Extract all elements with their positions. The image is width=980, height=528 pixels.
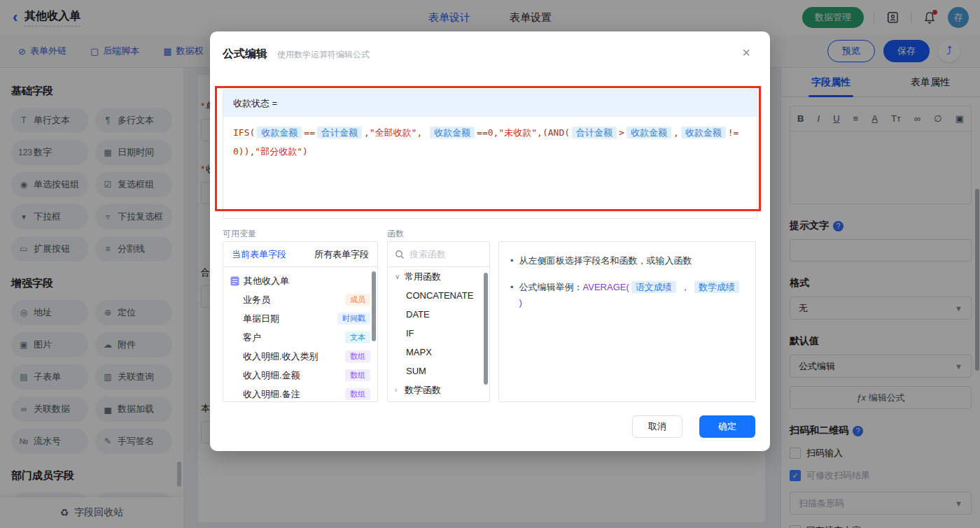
app-root: ‹ 其他收入单 表单设计表单设置 数据管理 存 ⊘表单外链▢后端脚本▦数据权 预… [0,0,980,528]
formula-body[interactable]: IFS(收款金额==合计金额,"全部收款", 收款金额==0,"未收款",(AN… [223,117,757,167]
function-search[interactable]: 搜索函数 [388,242,489,267]
functions-list: ∨常用函数CONCATENATEDATEIFMAPXSUM›数学函数›文本函数 [388,267,489,402]
variables-panel: 当前表单字段所有表单字段 其他收入单业务员成员单据日期时间戳客户文本收入明细.收… [223,241,378,402]
formula-editor[interactable]: 收款状态 = IFS(收款金额==合计金额,"全部收款", 收款金额==0,"未… [223,90,757,219]
variable-row-业务员[interactable]: 业务员成员 [223,290,377,309]
formula-code-token: IFS( [233,127,255,138]
tip-function-open: AVERAGE( [583,282,629,292]
formula-code-token: ,(AND( [537,127,570,138]
functions-panel: 搜索函数 ∨常用函数CONCATENATEDATEIFMAPXSUM›数学函数›… [387,241,490,402]
function-item-DATE[interactable]: DATE [388,305,489,324]
bullet-icon: • [510,253,514,269]
modal-subtitle: 使用数学运算符编辑公式 [277,49,370,61]
tip-example: 公式编辑举例：AVERAGE(语文成绩 ， 数学成绩 ) [519,280,744,311]
form-document-icon [230,276,239,286]
tip-field-token: 语文成绩 [631,281,676,293]
tip-field-token: 数学成绩 [694,281,739,293]
variables-tab-所有表单字段[interactable]: 所有表单字段 [314,248,369,261]
formula-code-token: , [416,127,428,138]
formula-code-token: ==0, [477,127,498,138]
variables-tab-当前表单字段[interactable]: 当前表单字段 [232,248,286,261]
function-item-MAPX[interactable]: MAPX [388,343,489,362]
variables-tree: 其他收入单业务员成员单据日期时间戳客户文本收入明细.收入类别数组收入明细.金额数… [223,267,377,402]
variables-tabs: 当前表单字段所有表单字段 [223,242,377,267]
formula-field-token[interactable]: 合计金额 [317,127,362,138]
formula-field-token[interactable]: 收款金额 [257,127,302,138]
formula-editor-modal: 公式编辑 使用数学运算符编辑公式 × 收款状态 = IFS(收款金额==合计金额… [210,31,770,451]
chevron-right-icon: › [395,386,405,394]
tip-line-1: •从左侧面板选择字段名和函数，或输入函数 [510,253,744,269]
variable-row-收入明细.金额[interactable]: 收入明细.金额数组 [223,366,377,385]
tip-separator: ， [678,282,692,292]
modal-footer: 取消 确定 [632,415,755,438]
tip-function-close: ) [519,297,522,308]
variable-type-badge: 数组 [345,350,370,362]
variable-row-单据日期[interactable]: 单据日期时间戳 [223,309,377,328]
variable-name: 收入明细.金额 [243,369,345,382]
cancel-button[interactable]: 取消 [632,415,682,438]
function-group-label: 常用函数 [405,271,441,283]
tip-example-prefix: 公式编辑举例： [519,282,583,292]
formula-str-token: "全部收款" [370,127,417,138]
function-group-数学函数[interactable]: ›数学函数 [388,380,489,399]
variable-name: 单据日期 [243,313,337,325]
tip-text: 从左侧面板选择字段名和函数，或输入函数 [519,253,692,269]
variables-root-label: 其他收入单 [244,275,370,287]
modal-header: 公式编辑 使用数学运算符编辑公式 [210,31,770,62]
variables-root-row[interactable]: 其他收入单 [223,271,377,290]
variable-type-badge: 数组 [345,388,370,400]
tips-panel: •从左侧面板选择字段名和函数，或输入函数•公式编辑举例：AVERAGE(语文成绩… [498,241,756,402]
function-item-CONCATENATE[interactable]: CONCATENATE [388,286,489,305]
formula-target: 收款状态 = [223,90,757,117]
formula-code-token: == [304,127,315,138]
close-icon[interactable]: × [742,45,750,59]
modal-title: 公式编辑 [223,47,267,62]
function-group-常用函数[interactable]: ∨常用函数 [388,267,489,286]
formula-str-token: "部分收款" [255,146,302,157]
function-item-IF[interactable]: IF [388,324,489,343]
function-group-文本函数[interactable]: ›文本函数 [388,399,489,402]
functions-scrollbar[interactable] [484,273,488,385]
variable-row-收入明细.备注[interactable]: 收入明细.备注数组 [223,385,377,402]
variable-type-badge: 文本 [345,331,370,343]
formula-code-token: , [673,127,679,138]
variables-scrollbar[interactable] [372,271,376,341]
formula-field-token[interactable]: 收款金额 [681,127,726,138]
formula-code-token: > [619,127,624,138]
confirm-button[interactable]: 确定 [699,415,755,438]
search-icon [395,250,405,259]
variable-name: 收入明细.收入类别 [243,350,345,363]
formula-field-token[interactable]: 收款金额 [430,127,475,138]
bullet-icon: • [510,280,514,311]
formula-code-token: , [364,127,370,138]
formula-field-token[interactable]: 合计金额 [572,127,617,138]
variable-name: 业务员 [243,294,345,306]
function-group-label: 数学函数 [405,384,441,397]
formula-code-token: ) [302,146,308,157]
search-placeholder: 搜索函数 [410,248,446,261]
variable-type-badge: 数组 [345,369,370,381]
chevron-down-icon: ∨ [395,273,405,280]
variable-name: 客户 [243,331,345,344]
variables-label: 可用变量 [223,228,256,240]
formula-field-token[interactable]: 收款金额 [626,127,671,138]
formula-str-token: "未收款" [498,127,537,138]
tip-line-2: •公式编辑举例：AVERAGE(语文成绩 ， 数学成绩 ) [510,280,744,311]
variable-name: 收入明细.备注 [243,388,345,401]
functions-label: 函数 [387,228,404,240]
variable-type-badge: 成员 [345,294,370,306]
variable-row-收入明细.收入类别[interactable]: 收入明细.收入类别数组 [223,347,377,366]
function-item-SUM[interactable]: SUM [388,362,489,380]
variable-type-badge: 时间戳 [337,313,370,324]
variable-row-客户[interactable]: 客户文本 [223,328,377,347]
